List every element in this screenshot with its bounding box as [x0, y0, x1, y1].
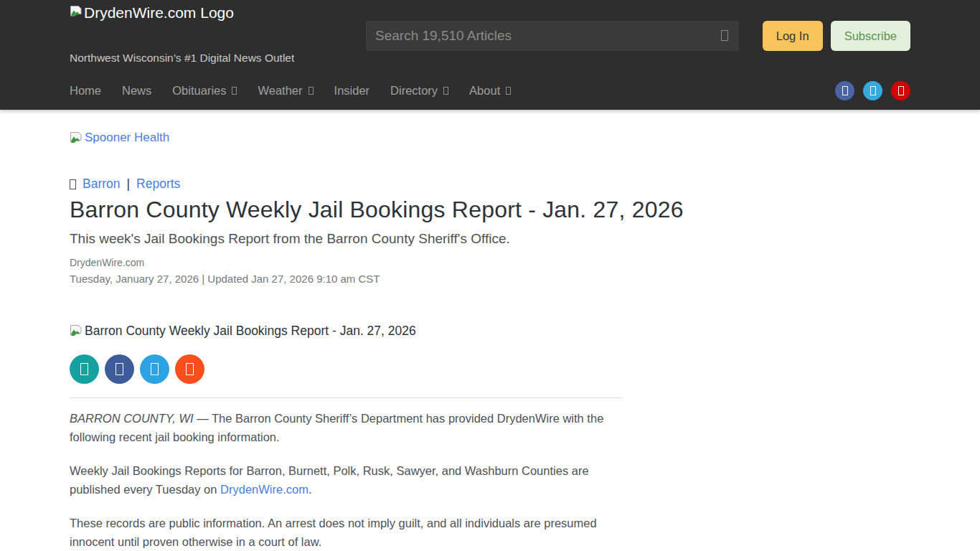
- nav-item-label: Insider: [334, 84, 370, 98]
- header-actions: Log In Subscribe: [763, 21, 910, 51]
- nav-item-label: Obituaries: [172, 84, 226, 98]
- broken-image-icon: [70, 131, 83, 146]
- site-logo-alt-text: DrydenWire.com Logo: [84, 4, 234, 22]
- facebook-glyph-icon: [116, 363, 123, 375]
- nav-item-label: Home: [70, 84, 101, 98]
- nav-item-home[interactable]: Home: [70, 84, 101, 98]
- nav-item-weather[interactable]: Weather: [258, 84, 313, 98]
- share-email-button[interactable]: [175, 354, 204, 384]
- broken-image-icon: [70, 324, 83, 339]
- dateline-location: BARRON COUNTY, WI: [70, 412, 194, 425]
- ad-alt-text: Spooner Health: [85, 131, 169, 145]
- site-header: DrydenWire.com Logo Northwest Wisconsin’…: [0, 0, 980, 110]
- article-byline: DrydenWire.com: [70, 257, 910, 268]
- paragraph-text: .: [308, 483, 312, 496]
- article-image-alt-text: Barron County Weekly Jail Bookings Repor…: [85, 324, 416, 339]
- site-logo-broken-image[interactable]: DrydenWire.com Logo: [70, 4, 349, 22]
- brand-block: DrydenWire.com Logo Northwest Wisconsin’…: [70, 0, 349, 72]
- nav-item-directory[interactable]: Directory: [390, 84, 448, 98]
- article-paragraph: These records are public information. An…: [70, 514, 623, 551]
- share-button[interactable]: [70, 354, 99, 384]
- paragraph-text: Weekly Jail Bookings Reports for Barron,…: [70, 464, 589, 496]
- article-paragraph: Weekly Jail Bookings Reports for Barron,…: [70, 462, 623, 499]
- search-area: [349, 21, 763, 51]
- youtube-glyph-icon: [898, 86, 904, 95]
- nav-social-links: [835, 81, 910, 100]
- content-divider: [70, 397, 623, 398]
- facebook-glyph-icon: [842, 86, 848, 95]
- nav-item-label: Directory: [390, 84, 438, 98]
- chevron-down-icon: [308, 87, 314, 95]
- share-facebook-button[interactable]: [105, 354, 134, 384]
- article-paragraph: BARRON COUNTY, WI — The Barron County Sh…: [70, 410, 623, 446]
- main-navigation: Home News Obituaries Weather Insider D: [0, 72, 980, 110]
- youtube-icon[interactable]: [891, 81, 910, 100]
- breadcrumb: Barron | Reports: [70, 176, 910, 192]
- share-buttons: [70, 354, 623, 384]
- search-box: [366, 21, 739, 51]
- nav-item-news[interactable]: News: [122, 84, 151, 98]
- drydenwire-link[interactable]: DrydenWire.com: [220, 483, 308, 496]
- twitter-glyph-icon: [870, 86, 876, 95]
- share-glyph-icon: [80, 363, 88, 375]
- twitter-glyph-icon: [151, 363, 159, 375]
- broken-image-icon: [70, 5, 83, 19]
- login-button[interactable]: Log In: [763, 21, 823, 51]
- facebook-icon[interactable]: [835, 81, 854, 100]
- page-main: Spooner Health Barron | Reports Barron C…: [0, 110, 980, 551]
- twitter-icon[interactable]: [863, 81, 882, 100]
- chevron-down-icon: [506, 87, 511, 95]
- category-tag-icon: [70, 179, 76, 189]
- nav-links: Home News Obituaries Weather Insider D: [70, 84, 511, 98]
- article-subtitle: This week's Jail Bookings Report from th…: [70, 231, 910, 247]
- search-input[interactable]: [366, 21, 739, 51]
- subscribe-button[interactable]: Subscribe: [831, 21, 910, 51]
- nav-item-obituaries[interactable]: Obituaries: [172, 84, 237, 98]
- chevron-down-icon: [443, 87, 448, 95]
- nav-item-label: Weather: [258, 84, 302, 98]
- breadcrumb-section-link[interactable]: Reports: [136, 176, 180, 192]
- breadcrumb-category-link[interactable]: Barron: [83, 176, 121, 192]
- search-icon[interactable]: [721, 30, 728, 41]
- breadcrumb-separator: |: [127, 176, 131, 192]
- page-title: Barron County Weekly Jail Bookings Repor…: [70, 197, 910, 223]
- nav-item-about[interactable]: About: [469, 84, 511, 98]
- chevron-down-icon: [232, 87, 237, 95]
- site-tagline: Northwest Wisconsin’s #1 Digital News Ou…: [70, 52, 349, 65]
- article-dateline: Tuesday, January 27, 2026 | Updated Jan …: [70, 273, 910, 285]
- nav-item-label: About: [469, 84, 500, 98]
- article-image-broken: Barron County Weekly Jail Bookings Repor…: [70, 324, 416, 339]
- article-body: Barron County Weekly Jail Bookings Repor…: [70, 285, 623, 551]
- header-top-bar: DrydenWire.com Logo Northwest Wisconsin’…: [0, 0, 980, 72]
- ad-banner-broken-image[interactable]: Spooner Health: [70, 131, 169, 146]
- nav-item-insider[interactable]: Insider: [334, 84, 370, 98]
- nav-item-label: News: [122, 84, 151, 98]
- share-twitter-button[interactable]: [140, 354, 169, 384]
- email-glyph-icon: [186, 363, 194, 375]
